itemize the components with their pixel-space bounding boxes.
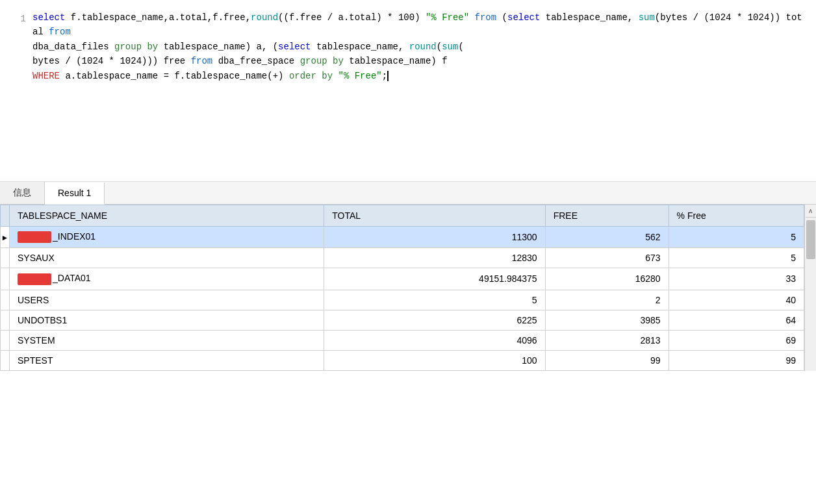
cell-free: 99 bbox=[545, 350, 669, 370]
tab-info[interactable]: 信息 bbox=[0, 182, 45, 204]
cell-free: 16280 bbox=[545, 268, 669, 290]
table-row[interactable]: SYSAUX 12830 673 5 bbox=[1, 248, 804, 268]
table-row[interactable]: ► _INDEX01 11300 562 5 bbox=[1, 227, 804, 248]
cell-free: 673 bbox=[545, 248, 669, 268]
col-header-tablespace: TABLESPACE_NAME bbox=[10, 205, 324, 227]
row-indicator bbox=[1, 290, 10, 310]
tab-result1[interactable]: Result 1 bbox=[45, 183, 105, 205]
cell-tablespace: USERS bbox=[10, 290, 324, 310]
cell-tablespace: SPTEST bbox=[10, 350, 324, 370]
cell-pct: 33 bbox=[669, 268, 804, 290]
cell-tablespace: SYSTEM bbox=[10, 330, 324, 350]
table-row[interactable]: _DATA01 49151.984375 16280 33 bbox=[1, 268, 804, 290]
table-row[interactable]: SYSTEM 4096 2813 69 bbox=[1, 330, 804, 350]
line-number-1: 1 bbox=[21, 14, 26, 24]
cell-free: 562 bbox=[545, 227, 669, 248]
cell-pct: 5 bbox=[669, 227, 804, 248]
cell-total: 5 bbox=[324, 290, 545, 310]
row-indicator bbox=[1, 310, 10, 330]
cell-pct: 69 bbox=[669, 330, 804, 350]
cell-pct: 99 bbox=[669, 350, 804, 370]
cell-tablespace: _INDEX01 bbox=[10, 227, 324, 248]
cell-tablespace: SYSAUX bbox=[10, 248, 324, 268]
cell-free: 3985 bbox=[545, 310, 669, 330]
line-numbers: 1 bbox=[0, 10, 32, 171]
sql-line-1: select f.tablespace_name,a.total,f.free,… bbox=[32, 10, 803, 83]
sql-code-area[interactable]: select f.tablespace_name,a.total,f.free,… bbox=[32, 10, 816, 171]
cell-free: 2813 bbox=[545, 330, 669, 350]
cell-total: 100 bbox=[324, 350, 545, 370]
table-body: ► _INDEX01 11300 562 5 SYSAUX 12830 673 … bbox=[1, 227, 804, 371]
cell-total: 11300 bbox=[324, 227, 545, 248]
cell-total: 6225 bbox=[324, 310, 545, 330]
row-indicator bbox=[1, 248, 10, 268]
table-header: TABLESPACE_NAME TOTAL FREE % Free bbox=[1, 205, 804, 227]
row-indicator: ► bbox=[1, 227, 10, 248]
cell-tablespace: UNDOTBS1 bbox=[10, 310, 324, 330]
table-row[interactable]: USERS 5 2 40 bbox=[1, 290, 804, 310]
cell-total: 4096 bbox=[324, 330, 545, 350]
sql-editor: 1 select f.tablespace_name,a.total,f.fre… bbox=[0, 0, 816, 182]
cell-pct: 40 bbox=[669, 290, 804, 310]
scrollbar-up-button[interactable]: ∧ bbox=[806, 205, 816, 218]
scrollbar: ∧ bbox=[804, 205, 816, 371]
row-indicator bbox=[1, 330, 10, 350]
cell-free: 2 bbox=[545, 290, 669, 310]
table-row[interactable]: UNDOTBS1 6225 3985 64 bbox=[1, 310, 804, 330]
row-indicator bbox=[1, 268, 10, 290]
row-indicator bbox=[1, 350, 10, 370]
cell-pct: 5 bbox=[669, 248, 804, 268]
scrollbar-thumb[interactable] bbox=[806, 220, 815, 259]
col-header-free: FREE bbox=[545, 205, 669, 227]
results-table: TABLESPACE_NAME TOTAL FREE % Free ► _IND… bbox=[0, 205, 804, 371]
cell-total: 49151.984375 bbox=[324, 268, 545, 290]
results-container: TABLESPACE_NAME TOTAL FREE % Free ► _IND… bbox=[0, 205, 816, 371]
cell-total: 12830 bbox=[324, 248, 545, 268]
cell-pct: 64 bbox=[669, 310, 804, 330]
col-header-pct: % Free bbox=[669, 205, 804, 227]
cell-tablespace: _DATA01 bbox=[10, 268, 324, 290]
scrollbar-track[interactable] bbox=[805, 218, 816, 371]
table-row[interactable]: SPTEST 100 99 99 bbox=[1, 350, 804, 370]
redacted-block bbox=[18, 231, 51, 243]
table-wrapper[interactable]: TABLESPACE_NAME TOTAL FREE % Free ► _IND… bbox=[0, 205, 804, 371]
redacted-block bbox=[18, 273, 51, 285]
col-header-total: TOTAL bbox=[324, 205, 545, 227]
tabs-container: 信息 Result 1 bbox=[0, 182, 816, 205]
